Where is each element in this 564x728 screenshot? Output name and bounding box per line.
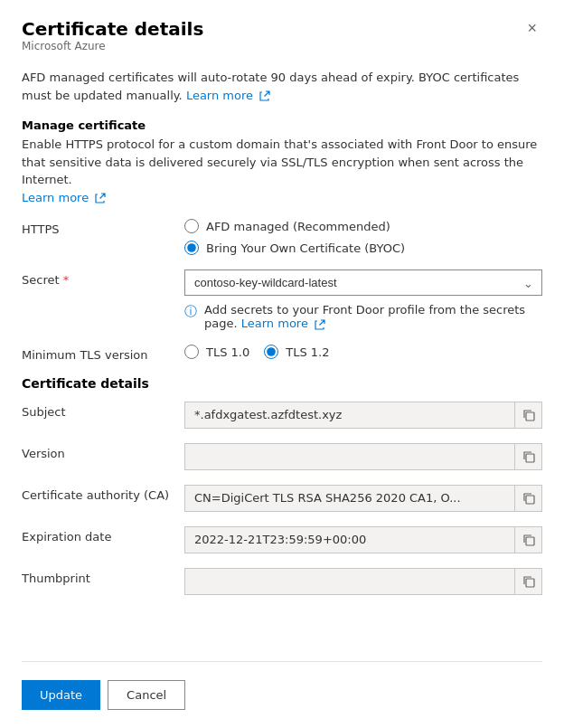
svg-rect-3 xyxy=(526,537,534,545)
https-label: HTTPS xyxy=(22,219,184,236)
dialog-footer: Update Cancel xyxy=(22,661,542,710)
copy-icon-2 xyxy=(522,450,535,463)
expiry-label: Expiration date xyxy=(22,526,184,544)
cert-details-section-header: Certificate details xyxy=(22,376,542,391)
svg-rect-4 xyxy=(526,579,534,587)
tls-radio-12[interactable] xyxy=(264,345,278,359)
certificate-details-dialog: Certificate details Microsoft Azure × AF… xyxy=(0,0,564,728)
ca-label: Certificate authority (CA) xyxy=(22,485,184,502)
copy-icon-4 xyxy=(522,534,535,546)
subject-row: Subject *.afdxgatest.azfdtest.xyz xyxy=(22,402,542,429)
thumbprint-row: Thumbprint xyxy=(22,568,542,595)
thumbprint-value xyxy=(184,568,515,595)
ca-copy-button[interactable] xyxy=(515,485,542,512)
https-byoc-label: Bring Your Own Certificate (BYOC) xyxy=(206,241,405,255)
version-field xyxy=(184,443,542,470)
tls-label: Minimum TLS version xyxy=(22,345,184,362)
secret-info-note: ⓘ Add secrets to your Front Door profile… xyxy=(184,303,542,330)
copy-icon xyxy=(522,409,535,421)
update-button[interactable]: Update xyxy=(22,680,100,710)
external-link-icon-2 xyxy=(95,193,106,203)
dialog-title: Certificate details xyxy=(22,18,203,40)
dialog-title-block: Certificate details Microsoft Azure xyxy=(22,18,203,65)
tls-radio-10[interactable] xyxy=(184,345,199,359)
tls-option-10[interactable]: TLS 1.0 xyxy=(184,345,249,359)
dialog-header: Certificate details Microsoft Azure × xyxy=(22,18,542,65)
version-row: Version xyxy=(22,443,542,470)
version-value xyxy=(184,443,515,470)
secret-control: contoso-key-wildcard-latest ⌄ ⓘ Add secr… xyxy=(184,269,542,330)
secret-note-text: Add secrets to your Front Door profile f… xyxy=(204,303,542,330)
secret-select-wrapper: contoso-key-wildcard-latest ⌄ xyxy=(184,269,542,296)
thumbprint-label: Thumbprint xyxy=(22,568,184,585)
tls-row: Minimum TLS version TLS 1.0 TLS 1.2 xyxy=(22,345,542,362)
secret-required-marker: * xyxy=(63,273,70,287)
manage-cert-title: Manage certificate xyxy=(22,118,542,132)
subject-value: *.afdxgatest.azfdtest.xyz xyxy=(184,402,515,429)
manage-cert-learn-more-link[interactable]: Learn more xyxy=(22,191,106,204)
secret-row: Secret * contoso-key-wildcard-latest ⌄ ⓘ… xyxy=(22,269,542,330)
svg-rect-0 xyxy=(526,412,534,421)
https-option-byoc[interactable]: Bring Your Own Certificate (BYOC) xyxy=(184,241,542,255)
secret-select[interactable]: contoso-key-wildcard-latest xyxy=(184,269,542,296)
expiry-field: 2022-12-21T23:59:59+00:00 xyxy=(184,526,542,553)
tls-radio-group: TLS 1.0 TLS 1.2 xyxy=(184,345,542,359)
secret-label: Secret * xyxy=(22,269,184,287)
svg-rect-2 xyxy=(526,496,534,504)
tls-10-label: TLS 1.0 xyxy=(206,345,249,359)
https-option-afd[interactable]: AFD managed (Recommended) xyxy=(184,219,542,233)
version-label: Version xyxy=(22,443,184,460)
ca-field: CN=DigiCert TLS RSA SHA256 2020 CA1, O..… xyxy=(184,485,542,512)
thumbprint-field xyxy=(184,568,542,595)
external-link-icon xyxy=(259,90,270,101)
external-link-icon-3 xyxy=(315,319,325,330)
close-button[interactable]: × xyxy=(522,18,542,38)
version-copy-button[interactable] xyxy=(515,443,542,470)
ca-value: CN=DigiCert TLS RSA SHA256 2020 CA1, O..… xyxy=(184,485,515,512)
ca-row: Certificate authority (CA) CN=DigiCert T… xyxy=(22,485,542,512)
tls-option-12[interactable]: TLS 1.2 xyxy=(264,345,329,359)
cancel-button[interactable]: Cancel xyxy=(108,680,185,710)
https-row: HTTPS AFD managed (Recommended) Bring Yo… xyxy=(22,219,542,255)
secret-learn-more-link[interactable]: Learn more xyxy=(241,317,325,330)
copy-icon-5 xyxy=(522,575,535,588)
subject-copy-button[interactable] xyxy=(515,402,542,429)
expiry-copy-button[interactable] xyxy=(515,526,542,553)
subject-label: Subject xyxy=(22,402,184,419)
thumbprint-copy-button[interactable] xyxy=(515,568,542,595)
subject-field: *.afdxgatest.azfdtest.xyz xyxy=(184,402,542,429)
expiry-row: Expiration date 2022-12-21T23:59:59+00:0… xyxy=(22,526,542,553)
https-radio-afd[interactable] xyxy=(184,219,199,233)
expiry-value: 2022-12-21T23:59:59+00:00 xyxy=(184,526,515,553)
svg-rect-1 xyxy=(526,454,534,462)
copy-icon-3 xyxy=(522,492,535,505)
info-banner: AFD managed certificates will auto-rotat… xyxy=(22,69,542,104)
dialog-subtitle: Microsoft Azure xyxy=(22,40,203,52)
tls-control: TLS 1.0 TLS 1.2 xyxy=(184,345,542,359)
https-radio-byoc[interactable] xyxy=(184,241,199,255)
info-circle-icon: ⓘ xyxy=(184,304,199,320)
manage-cert-desc: Enable HTTPS protocol for a custom domai… xyxy=(22,136,542,206)
tls-12-label: TLS 1.2 xyxy=(286,345,329,359)
manage-cert-section: Manage certificate Enable HTTPS protocol… xyxy=(22,118,542,219)
info-banner-learn-more-link[interactable]: Learn more xyxy=(186,89,270,102)
https-afd-label: AFD managed (Recommended) xyxy=(206,220,390,233)
https-radio-group: AFD managed (Recommended) Bring Your Own… xyxy=(184,219,542,255)
